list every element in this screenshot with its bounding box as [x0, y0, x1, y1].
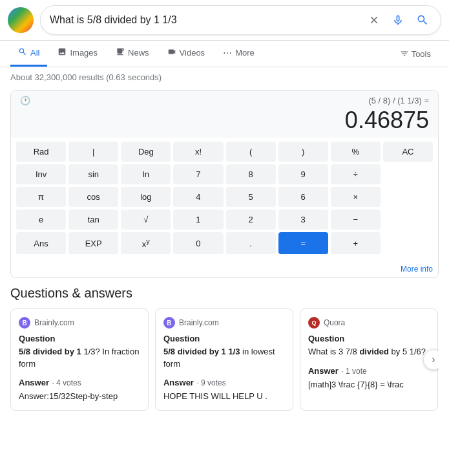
qa-scroll-next-button[interactable]: › [423, 349, 439, 370]
calc-btn-5[interactable]: 5 [226, 187, 276, 207]
qa-card-2[interactable]: B Brainly.com Question 5/8 divided by 1 … [155, 308, 293, 411]
calculator-buttons: Rad | Deg x! ( ) % AC Inv sin ln 7 8 9 ÷… [11, 138, 438, 262]
tab-more-label: More [235, 48, 255, 58]
tab-images[interactable]: Images [50, 41, 105, 67]
brainly-logo-1: B [19, 317, 30, 329]
calc-btn-equals[interactable]: = [278, 232, 328, 254]
qa-cards-container: B Brainly.com Question 5/8 divided by 1 … [10, 308, 439, 411]
qa-card-1-source: B Brainly.com [19, 317, 140, 329]
calc-row-1: Rad | Deg x! ( ) % AC [16, 142, 433, 162]
header: What is 5/8 divided by 1 1/3 [0, 0, 449, 41]
calc-btn-subtract[interactable]: − [331, 210, 381, 230]
calc-btn-rad[interactable]: Rad [16, 142, 66, 162]
calc-btn-sin[interactable]: sin [68, 164, 118, 184]
qa-card-3-answer-label: Answer [308, 366, 339, 376]
calc-btn-cos[interactable]: cos [68, 187, 118, 207]
search-action-icons [366, 11, 432, 29]
calc-btn-3[interactable]: 3 [278, 210, 328, 230]
tools-label: Tools [412, 49, 431, 59]
tab-more[interactable]: ⋯ More [215, 41, 262, 67]
brainly-logo-2: B [163, 317, 175, 329]
qa-card-3-question: What is 3 7/8 divided by 5 1/6? [308, 346, 430, 358]
calc-btn-ans[interactable]: Ans [16, 232, 66, 254]
qa-card-3-source: Q Quora [308, 317, 430, 329]
qa-card-1-answer-label: Answer [19, 378, 49, 387]
calc-btn-log[interactable]: log [121, 187, 171, 207]
calc-btn-exp[interactable]: EXP [68, 232, 118, 254]
calc-btn-pi[interactable]: π [16, 187, 66, 207]
calc-btn-percent[interactable]: % [331, 142, 381, 162]
voice-search-button[interactable] [389, 11, 407, 29]
calc-btn-pipe[interactable]: | [68, 142, 118, 162]
qa-card-2-question: 5/8 divided by 1 1/3 in lowest form [163, 346, 285, 369]
calc-expression-text: (5 / 8) / (1 1/3) = [368, 96, 429, 105]
tab-videos[interactable]: Videos [160, 41, 213, 67]
more-info-link[interactable]: More info [11, 262, 438, 277]
qa-card-2-answer: HOPE THIS WILL HELP U . [163, 391, 285, 402]
quora-logo: Q [308, 317, 320, 329]
tab-news[interactable]: News [108, 41, 157, 67]
calc-btn-deg[interactable]: Deg [121, 142, 171, 162]
qa-card-1-answer: Answer:15/32Step-by-step [19, 391, 140, 402]
qa-card-3[interactable]: Q Quora Question What is 3 7/8 divided b… [300, 308, 438, 411]
qa-card-2-source: B Brainly.com [163, 317, 285, 329]
tools-button[interactable]: Tools [392, 44, 439, 64]
qa-card-3-question-label: Question [308, 334, 430, 343]
calc-btn-ac[interactable]: AC [383, 142, 433, 162]
all-icon [18, 47, 27, 58]
history-icon[interactable]: 🕐 [20, 96, 30, 105]
tab-news-label: News [128, 48, 149, 58]
more-icon: ⋯ [223, 48, 232, 58]
calc-btn-2[interactable]: 2 [226, 210, 276, 230]
google-logo [8, 7, 34, 33]
calc-result: 0.46875 [20, 107, 429, 134]
calc-btn-4[interactable]: 4 [173, 187, 223, 207]
calc-btn-0[interactable]: 0 [173, 232, 223, 254]
tab-videos-label: Videos [180, 48, 205, 58]
qa-card-1[interactable]: B Brainly.com Question 5/8 divided by 1 … [10, 308, 149, 411]
qa-card-1-question: 5/8 divided by 1 1/3? In fraction form [19, 346, 140, 369]
calc-btn-tan[interactable]: tan [68, 210, 118, 230]
calc-btn-sqrt[interactable]: √ [121, 210, 171, 230]
search-button[interactable] [413, 11, 432, 29]
qa-card-1-votes: · 4 votes [52, 378, 81, 387]
more-info-text: More info [401, 265, 433, 274]
calc-btn-empty-3 [383, 187, 433, 207]
clear-button[interactable] [366, 12, 382, 28]
tab-images-label: Images [70, 48, 98, 58]
qa-card-2-question-label: Question [163, 334, 285, 343]
calc-btn-ln[interactable]: ln [121, 164, 171, 184]
chevron-right-icon: › [432, 354, 435, 365]
calc-btn-multiply[interactable]: × [331, 187, 381, 207]
tab-all[interactable]: All [10, 41, 47, 67]
nav-tabs: All Images News Videos ⋯ More Tools [0, 41, 449, 67]
calc-row-3: π cos log 4 5 6 × [16, 187, 433, 207]
calculator-display: 🕐 (5 / 8) / (1 1/3) = 0.46875 [11, 91, 438, 138]
calc-btn-1[interactable]: 1 [173, 210, 223, 230]
qa-card-2-source-name: Brainly.com [179, 318, 219, 327]
results-count-text: About 32,300,000 results (0.63 seconds) [10, 72, 162, 82]
calc-btn-6[interactable]: 6 [278, 187, 328, 207]
calc-btn-power[interactable]: xy [121, 232, 171, 254]
calc-btn-8[interactable]: 8 [226, 164, 276, 184]
news-icon [116, 47, 125, 58]
calc-btn-add[interactable]: + [331, 232, 381, 254]
qa-card-2-votes: · 9 votes [196, 378, 225, 387]
calc-btn-factorial[interactable]: x! [173, 142, 223, 162]
calc-btn-9[interactable]: 9 [278, 164, 328, 184]
calc-btn-decimal[interactable]: . [226, 232, 276, 254]
calc-btn-7[interactable]: 7 [173, 164, 223, 184]
calculator-card: 🕐 (5 / 8) / (1 1/3) = 0.46875 Rad | Deg … [10, 90, 439, 278]
calc-btn-open-paren[interactable]: ( [226, 142, 276, 162]
images-icon [57, 47, 67, 58]
tab-all-label: All [30, 48, 39, 58]
qa-card-2-answer-label: Answer [163, 378, 194, 387]
calc-btn-close-paren[interactable]: ) [278, 142, 328, 162]
search-input[interactable]: What is 5/8 divided by 1 1/3 [50, 14, 366, 26]
calc-btn-empty-2 [383, 164, 433, 184]
calc-btn-e[interactable]: e [16, 210, 66, 230]
calc-btn-inv[interactable]: Inv [16, 164, 66, 184]
calc-btn-divide[interactable]: ÷ [331, 164, 381, 184]
qa-section: Questions & answers B Brainly.com Questi… [0, 286, 449, 421]
qa-card-3-votes: · 1 vote [341, 367, 366, 376]
